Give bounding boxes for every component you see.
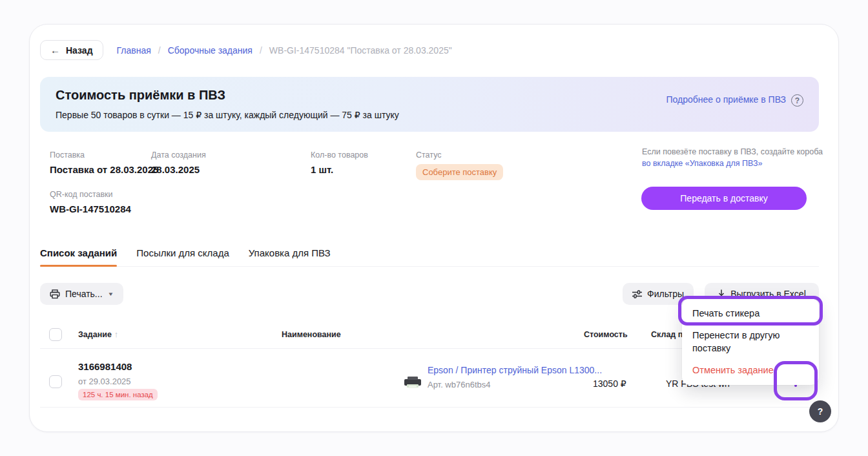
- field-value: Поставка от 28.03.2025: [50, 164, 158, 175]
- product-thumbnail-printer: [402, 375, 423, 390]
- banner-link-block: Подробнее о приёмке в ПВЗ ?: [666, 94, 803, 132]
- field-created-date: Дата создания 28.03.2025: [151, 150, 206, 175]
- pvz-hint-text: Если повезёте поставку в ПВЗ, создайте к…: [642, 147, 824, 169]
- task-id: 3166981408: [78, 361, 132, 372]
- product-article: Арт. wb76n6tbs4: [428, 380, 490, 389]
- page-background: ← Назад Главная / Сборочные задания / WB…: [0, 0, 868, 456]
- banner-title: Стоимость приёмки в ПВЗ: [56, 88, 399, 103]
- menu-item-move-to-supply[interactable]: Перенести в другую поставку: [682, 324, 819, 359]
- field-status: Статус Соберите поставку: [416, 150, 503, 180]
- send-to-delivery-button[interactable]: Передать в доставку: [641, 187, 807, 210]
- breadcrumb-current: WB-GI-147510284 "Поставка от 28.03.2025": [269, 45, 452, 56]
- breadcrumb-home[interactable]: Главная: [117, 45, 151, 56]
- field-value: WB-GI-147510284: [50, 203, 131, 214]
- breadcrumb-row: ← Назад Главная / Сборочные задания / WB…: [40, 40, 452, 60]
- field-value: 28.03.2025: [151, 164, 206, 175]
- field-label: Дата создания: [151, 150, 206, 160]
- field-qr-code: QR-код поставки WB-GI-147510284: [50, 190, 131, 214]
- field-supply: Поставка Поставка от 28.03.2025: [50, 150, 158, 175]
- table-row-divider: [40, 407, 819, 408]
- back-arrow-icon: ←: [50, 45, 60, 56]
- filters-button-label: Фильтры: [647, 289, 684, 299]
- menu-item-print-sticker[interactable]: Печать стикера: [682, 302, 819, 324]
- help-floating-button[interactable]: ?: [809, 400, 831, 422]
- print-button-label: Печать...: [65, 289, 103, 299]
- field-label: Поставка: [50, 150, 158, 160]
- download-icon: [718, 289, 725, 298]
- chevron-down-icon: ▼: [108, 291, 114, 297]
- tab-task-list[interactable]: Список заданий: [40, 247, 117, 266]
- banner-text-block: Стоимость приёмки в ПВЗ Первые 50 товаро…: [56, 88, 399, 132]
- back-button[interactable]: ← Назад: [40, 40, 103, 60]
- tab-pvz-packing[interactable]: Упаковка для ПВЗ: [249, 247, 331, 266]
- back-button-label: Назад: [66, 45, 93, 56]
- breadcrumb-assembly-tasks[interactable]: Сборочные задания: [168, 45, 253, 56]
- field-value: 1 шт.: [311, 164, 368, 175]
- breadcrumb: Главная / Сборочные задания / WB-GI-1475…: [117, 45, 452, 56]
- product-link[interactable]: Epson / Принтер струйный Epson L1300...: [428, 365, 602, 375]
- column-header-price: Стоимость: [584, 330, 628, 339]
- column-header-label: Задание: [78, 330, 112, 339]
- field-label: QR-код поставки: [50, 190, 131, 199]
- row-price: 13050 ₽: [593, 378, 626, 389]
- tab-bar: Список заданий Посылки для склада Упаков…: [40, 247, 819, 267]
- banner-subtitle: Первые 50 товаров в сутки — 15 ₽ за штук…: [56, 110, 399, 120]
- printer-icon: [50, 289, 60, 299]
- sort-up-icon: ↑: [114, 330, 118, 339]
- menu-item-cancel-task[interactable]: Отменить задание: [682, 359, 819, 381]
- pvz-details-link[interactable]: Подробнее о приёмке в ПВЗ: [666, 94, 786, 105]
- breadcrumb-separator: /: [158, 45, 161, 56]
- hint-text: Если повезёте поставку в ПВЗ, создайте к…: [642, 147, 823, 156]
- field-label: Кол-во товаров: [311, 150, 368, 160]
- select-all-checkbox[interactable]: [49, 328, 62, 341]
- field-label: Статус: [416, 150, 503, 160]
- row-checkbox[interactable]: [49, 375, 62, 388]
- export-button-label: Выгрузить в Excel: [730, 289, 806, 299]
- overdue-badge: 125 ч. 15 мин. назад: [78, 389, 158, 400]
- pvz-pricing-banner: Стоимость приёмки в ПВЗ Первые 50 товаро…: [40, 77, 819, 132]
- filters-icon: [632, 290, 642, 298]
- tab-warehouse-parcels[interactable]: Посылки для склада: [136, 247, 229, 266]
- question-circle-icon[interactable]: ?: [791, 94, 803, 107]
- packing-tab-link[interactable]: во вкладке «Упаковка для ПВЗ»: [642, 159, 762, 168]
- column-header-task[interactable]: Задание↑: [78, 330, 118, 339]
- row-actions-menu: Печать стикера Перенести в другую постав…: [682, 298, 819, 385]
- print-dropdown-button[interactable]: Печать... ▼: [40, 283, 123, 305]
- field-items-count: Кол-во товаров 1 шт.: [311, 150, 368, 175]
- task-date: от 29.03.2025: [78, 377, 131, 386]
- status-badge: Соберите поставку: [416, 164, 503, 180]
- column-header-name: Наименование: [282, 330, 341, 339]
- breadcrumb-separator: /: [260, 45, 262, 56]
- main-card: ← Назад Главная / Сборочные задания / WB…: [29, 24, 839, 432]
